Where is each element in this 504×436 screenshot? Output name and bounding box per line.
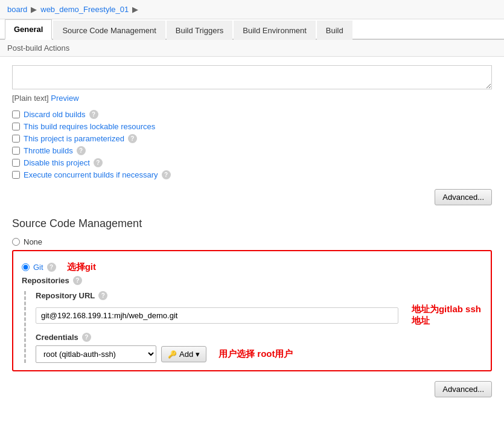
credentials-row: root (qitlab-auth-ssh) 🔑 Add ▾ 用户选择 root… [36,345,482,363]
checkbox-discard-old-builds[interactable] [12,111,20,118]
dropdown-arrow-icon: ▾ [196,350,200,359]
checkbox-row-throttle: Throttle builds ? [12,146,492,155]
help-icon-discard[interactable]: ? [89,110,98,119]
credentials-field-label: Credentials ? [36,333,482,342]
repo-url-annotation: 地址为gitlab ssh地址 [412,304,482,327]
plain-text-label: [Plain text] [12,94,49,103]
credentials-select[interactable]: root (qitlab-auth-ssh) [36,345,156,363]
tabs-bar: General Source Code Management Build Tri… [0,19,504,40]
radio-none[interactable] [12,238,20,246]
checkbox-row-disable: Disable this project ? [12,158,492,167]
breadcrumb-board[interactable]: board [7,5,27,14]
breadcrumb-sep-2: ▶ [132,5,138,14]
checkbox-throttle-label: Throttle builds [24,146,73,155]
repo-url-input[interactable] [36,307,398,324]
checkbox-row-concurrent: Execute concurrent builds if necessary ? [12,170,492,179]
advanced-button[interactable]: Advanced... [435,189,492,205]
tab-build-triggers[interactable]: Build Triggers [167,21,232,40]
checkbox-disable-project[interactable] [12,159,20,167]
checkbox-concurrent[interactable] [12,171,20,179]
bottom-advanced-button[interactable]: Advanced... [435,381,492,397]
help-icon-git[interactable]: ? [47,263,56,272]
red-border-box: Git ? 选择git Repositories ? Repository UR… [12,250,492,371]
add-btn-label: Add [179,350,193,359]
advanced-btn-row: Advanced... [12,189,492,205]
help-icon-parameterized[interactable]: ? [128,134,137,143]
page-wrapper: board ▶ web_demo_Freestyle_01 ▶ General … [0,0,504,436]
breadcrumb-sep-1: ▶ [31,5,37,14]
plain-preview-row: [Plain text] Preview [12,94,492,103]
checkbox-row-parameterized: This project is parameterized ? [12,134,492,143]
post-build-tab[interactable]: Post-build Actions [0,40,504,57]
breadcrumb: board ▶ web_demo_Freestyle_01 ▶ [0,0,504,19]
checkbox-discard-label: Discard old builds [24,110,86,119]
tab-build-environment[interactable]: Build Environment [234,21,316,40]
repo-url-row: 地址为gitlab ssh地址 [36,304,482,327]
help-icon-repositories[interactable]: ? [73,276,82,285]
radio-git[interactable] [22,263,30,271]
credentials-annotation: 用户选择 root用户 [219,348,293,360]
preview-link[interactable]: Preview [51,94,78,103]
repositories-label: Repositories [22,276,69,285]
checkbox-parameterized-label: This project is parameterized [24,134,124,143]
checkbox-lockable-label: This build requires lockable resources [24,122,155,131]
tab-source-code-management[interactable]: Source Code Management [53,21,165,40]
main-content: [Plain text] Preview Discard old builds … [0,57,504,406]
checkbox-row-discard: Discard old builds ? [12,110,492,119]
bottom-advanced-row: Advanced... [12,381,492,397]
radio-git-label: Git [33,263,43,272]
checkbox-disable-label: Disable this project [24,158,90,167]
radio-row-none: None [12,237,492,246]
breadcrumb-project[interactable]: web_demo_Freestyle_01 [40,5,129,14]
checkbox-parameterized[interactable] [12,135,20,143]
add-credentials-button[interactable]: 🔑 Add ▾ [161,346,206,362]
tab-build[interactable]: Build [317,21,352,40]
inner-box: Repository URL ? 地址为gitlab ssh地址 Credent… [24,291,482,363]
description-textarea[interactable] [12,65,492,89]
help-icon-concurrent[interactable]: ? [162,170,171,179]
checkbox-concurrent-label: Execute concurrent builds if necessary [24,170,158,179]
radio-row-git: Git ? 选择git [22,261,482,273]
repo-url-field-label: Repository URL ? [36,291,482,300]
help-icon-credentials[interactable]: ? [82,333,91,342]
checkboxes-section: Discard old builds ? This build requires… [12,110,492,179]
tab-general[interactable]: General [5,19,52,40]
section-heading-scm: Source Code Management [12,217,492,230]
credentials-label: Credentials [36,333,78,342]
repo-url-label: Repository URL [36,291,95,300]
help-icon-disable[interactable]: ? [94,158,103,167]
radio-none-label: None [24,237,42,246]
key-icon: 🔑 [168,350,177,359]
help-icon-throttle[interactable]: ? [77,146,86,155]
checkbox-lockable-resources[interactable] [12,123,20,130]
checkbox-throttle[interactable] [12,147,20,155]
help-icon-repo-url[interactable]: ? [98,291,107,300]
checkbox-row-lockable: This build requires lockable resources [12,122,492,131]
repositories-header: Repositories ? [22,276,482,285]
git-annotation: 选择git [67,261,96,273]
